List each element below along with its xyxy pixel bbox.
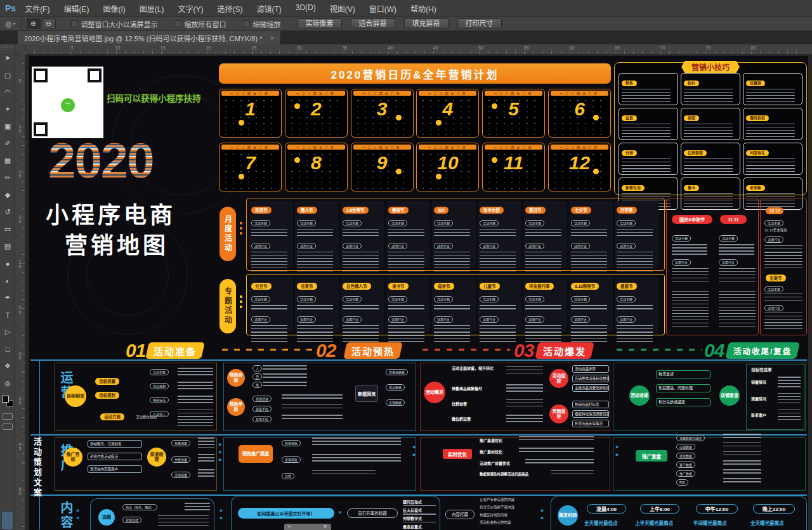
monthly-activity-card: 开学季 活动主题 适用行业 [615,201,658,268]
month-number: 2 [285,98,347,120]
tool-button[interactable]: ❖ [0,358,15,375]
schedule-note: 上半天曝光最高点 [635,519,673,526]
menu-item[interactable]: 编辑(E) [63,3,89,14]
menu-item[interactable]: 窗口(W) [369,3,396,14]
weekday-strip: 一二三四五六日 [551,91,608,96]
ruler-number: 35 [18,351,22,360]
menu-item[interactable]: 文字(Y) [178,3,203,14]
side-label: 活动策划文案 [31,437,43,498]
tip-text-lines [684,89,733,103]
document-tab[interactable]: 2020小程序电商营销地图.jpg @ 12.5% (扫码可以获得小程序扶持, … [18,31,281,44]
review-row: 流量情况 [751,396,766,401]
tool-button[interactable]: ✐ [0,135,15,152]
tip-title: 问答有礼 [746,150,769,156]
zoom-tool-icon[interactable]: ◎ [5,20,11,29]
content-topic-box: 选题 商品（秒杀、爆款） 营销活动 [90,498,214,530]
industry-text-lines [297,252,333,277]
tool-button[interactable]: ➤ [0,49,15,67]
theme-text-lines [297,305,333,310]
fill-screen-button[interactable]: 填充屏幕 [404,18,449,29]
pr-review-row: 店铺数据 [676,444,695,450]
tool-button[interactable]: ◆ [0,186,15,204]
tool-button[interactable]: ✶ [0,101,15,118]
qr-eye [88,68,102,82]
tool-button[interactable]: ↺ [0,204,15,221]
tool-button[interactable]: ◐ [0,272,15,289]
industry-label: 适用行业 [388,243,407,249]
menu-item[interactable]: 视图(V) [330,3,355,14]
calendar-month-card: 一二三四五六日 2 [285,89,348,138]
industry-label: 适用行业 [672,259,691,266]
tool-button[interactable]: ▤ [0,238,15,255]
text-lines [719,244,754,255]
arrow-icon: » [338,509,340,515]
zoom-out-button[interactable]: ⊖ [42,18,56,29]
qr-caption: 扫码可以获得小程序扶持 [107,91,201,104]
tool-button[interactable]: ▢ [0,67,15,84]
tool-button[interactable]: T [0,306,15,323]
tool-button[interactable]: ▭ [0,221,15,238]
tip-card: 任务裂变 [681,143,740,175]
checkbox-zoom-all-windows[interactable]: 缩放所有窗口 [174,19,226,29]
tool-button[interactable]: ▷ [0,323,15,340]
checkbox-scrubby-zoom[interactable]: 细微缩放 [243,19,281,29]
calendar-month-card: 一二三四五六日 5 [482,89,545,138]
special-activities-label: 专题活动 [219,279,236,333]
tool-button[interactable]: ▣ [0,118,15,135]
tip-card: 限时折扣 [743,108,802,140]
realtime-item: 数据预测及时调整活动页面商品 [480,472,528,477]
checkbox-resize-window[interactable]: 调整窗口大小以满屏显示 [71,19,158,29]
industry-text-lines [388,325,424,342]
industry-label: 适用行业 [719,259,738,266]
menu-item[interactable]: 选择(S) [217,3,242,14]
separator [21,19,22,29]
tool-button[interactable]: ● [0,255,15,272]
month-number: 3 [351,98,413,120]
special-activity-card: 母亲节 活动主题 适用行业 [432,277,476,332]
print-size-button[interactable]: 打印尺寸 [457,18,502,29]
activity-title: 520 [434,207,449,214]
foreground-color-swatch[interactable] [2,396,9,403]
pgc-row: 人 [252,365,262,372]
calendar-month-card: 一二三四五六日 10 [416,143,479,191]
monthly-activity-card: 情人节 活动主题 适用行业 [295,201,339,268]
quick-mask-button[interactable] [3,413,13,420]
document-canvas[interactable]: “” 扫码可以获得小程序扶持 2020 小程序电商 营销地图 2020营销日历&… [25,55,812,530]
dropdown-caret-icon[interactable]: ▾ [13,21,15,27]
screen-mode-button[interactable] [3,423,13,430]
menu-item[interactable]: 滤镜(T) [256,3,281,14]
schedule-note: 午间曝光最高点 [693,519,727,526]
zoom-in-button[interactable]: ⊕ [27,18,41,29]
arrow-icon: » [540,507,542,514]
review-header: 目标完成率 [751,366,772,373]
panel-grip[interactable] [0,44,15,49]
tool-button[interactable]: ✒ [0,289,15,306]
text-lines [282,415,343,421]
tool-button[interactable]: □ [0,340,15,358]
tool-button[interactable]: ◎ [0,375,15,392]
fit-screen-button[interactable]: 适合屏幕 [351,18,395,29]
tool-button[interactable]: ✏ [0,169,15,186]
menu-item[interactable]: 3D(D) [296,3,316,14]
docked-panel-stub[interactable] [1,511,13,530]
tips-title-ribbon: 营销小技巧 [681,61,740,73]
tool-button[interactable]: ◠ [0,84,15,101]
close-icon[interactable]: × [270,34,273,42]
menu-item[interactable]: 帮助(H) [410,3,436,14]
polish-bullet: 让客户有参与感的内容 [480,497,514,502]
collapse-icon[interactable]: « [288,524,291,530]
menu-item[interactable]: 文件(F) [25,3,49,14]
collapsed-panel-widget[interactable]: « ✕ [284,524,331,530]
tool-button[interactable]: ▦ [0,152,15,169]
menu-item[interactable]: 图层(L) [140,3,164,14]
data-hub-box: 数据回流 [355,385,378,402]
close-icon[interactable]: ✕ [323,524,327,530]
qr-code: “” [32,67,103,138]
actual-pixels-button[interactable]: 实际像素 [298,18,342,29]
menu-item[interactable]: 图像(I) [103,3,125,14]
checkbox-icon [71,20,78,27]
tip-text-lines [746,124,795,138]
text-lines [672,244,707,255]
color-swatches[interactable] [2,396,13,407]
pr-goal-pill: 活动曝光，引流获客 [88,440,142,448]
